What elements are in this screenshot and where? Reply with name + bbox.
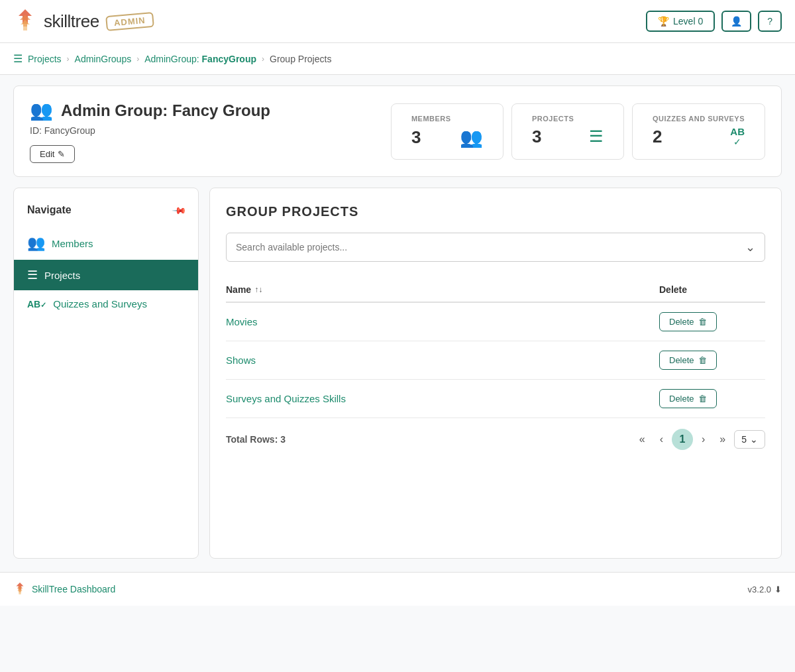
info-card: 👥 Admin Group: Fancy Group ID: FancyGrou…	[13, 85, 782, 177]
logo-area: skilltree ADMIN	[13, 8, 153, 34]
user-button[interactable]: 👤	[721, 11, 751, 32]
delete-cell-movies: Delete 🗑	[659, 312, 765, 331]
trash-icon: 🗑	[698, 317, 707, 327]
help-icon: ?	[767, 16, 772, 27]
row-shows[interactable]: Shows	[226, 355, 659, 366]
next-page-button[interactable]: ›	[696, 430, 711, 449]
stat-quizzes: QUIZZES AND SURVEYS 2 AB ✓	[632, 103, 765, 160]
projects-icon: ☰	[589, 127, 604, 146]
quiz-icon: AB✓	[27, 300, 46, 309]
total-rows: Total Rows: 3	[226, 434, 286, 445]
sidebar-title: Navigate 📌	[14, 199, 198, 227]
admin-group-icon: 👥	[30, 99, 53, 121]
svg-marker-5	[17, 588, 23, 594]
header: skilltree ADMIN 🏆 Level 0 👤 ?	[0, 0, 795, 43]
breadcrumb-sep-2: ›	[136, 54, 139, 64]
header-actions: 🏆 Level 0 👤 ?	[646, 11, 782, 32]
delete-surveys-button[interactable]: Delete 🗑	[659, 389, 717, 408]
quizzes-icon: AB ✓	[730, 127, 745, 147]
main-content: Navigate 📌 👥 Members ☰ Projects AB✓ Quiz…	[13, 188, 782, 559]
page-1-button[interactable]: 1	[672, 429, 693, 450]
breadcrumb-fancygroup[interactable]: AdminGroup: FancyGroup	[144, 54, 256, 64]
delete-cell-surveys: Delete 🗑	[659, 389, 765, 408]
level-button[interactable]: 🏆 Level 0	[646, 11, 715, 32]
people-icon: 👥	[27, 235, 45, 252]
svg-marker-2	[21, 20, 30, 30]
projects-count: 3	[532, 127, 541, 147]
sidebar-item-quizzes[interactable]: AB✓ Quizzes and Surveys	[14, 290, 198, 317]
members-label: Members	[52, 238, 93, 249]
table-row: Movies Delete 🗑	[226, 303, 765, 341]
search-input[interactable]	[236, 242, 745, 252]
row-surveys[interactable]: Surveys and Quizzes Skills	[226, 393, 659, 404]
members-icon: 👥	[460, 127, 483, 148]
footer-version: v3.2.0 ⬇	[748, 585, 782, 594]
trash-icon: 🗑	[698, 355, 707, 365]
delete-movies-button[interactable]: Delete 🗑	[659, 312, 717, 331]
breadcrumb-sep-1: ›	[67, 54, 70, 64]
pagination: Total Rows: 3 « ‹ 1 › » 5 ⌄	[226, 418, 765, 453]
members-count: 3	[411, 127, 421, 148]
breadcrumb-sep-3: ›	[262, 54, 264, 64]
dropdown-icon: ⌄	[750, 434, 758, 445]
edit-icon: ✎	[58, 149, 65, 159]
user-icon: 👤	[731, 16, 742, 27]
list-icon: ☰	[27, 268, 38, 282]
stat-members: MEMBERS 3 👥	[391, 103, 504, 160]
footer-brand-label: SkillTree Dashboard	[32, 584, 115, 594]
stats-area: MEMBERS 3 👥 PROJECTS 3 ☰ QUIZZES AND SUR…	[383, 103, 765, 160]
col-delete-header: Delete	[659, 284, 765, 295]
footer: SkillTree Dashboard v3.2.0 ⬇	[0, 572, 795, 606]
sidebar-item-members[interactable]: 👥 Members	[14, 227, 198, 260]
chevron-down-icon: ⌄	[745, 240, 755, 254]
footer-logo-icon	[13, 582, 26, 596]
sort-icon[interactable]: ↑↓	[254, 285, 262, 294]
search-bar[interactable]: ⌄	[226, 233, 765, 262]
col-name-header: Name ↑↓	[226, 284, 659, 295]
help-button[interactable]: ?	[758, 11, 782, 32]
prev-page-button[interactable]: ‹	[654, 430, 669, 449]
table-header: Name ↑↓ Delete	[226, 278, 765, 303]
breadcrumb-admingroups[interactable]: AdminGroups	[75, 54, 132, 64]
delete-shows-button[interactable]: Delete 🗑	[659, 351, 717, 370]
content-panel: GROUP PROJECTS ⌄ Name ↑↓ Delete Movies D…	[209, 188, 782, 559]
admin-badge: ADMIN	[105, 11, 154, 30]
footer-brand[interactable]: SkillTree Dashboard	[13, 582, 115, 596]
sidebar-item-projects[interactable]: ☰ Projects	[14, 260, 198, 290]
edit-button[interactable]: Edit ✎	[30, 145, 75, 163]
info-main: 👥 Admin Group: Fancy Group ID: FancyGrou…	[30, 99, 363, 163]
logo-icon	[13, 8, 37, 34]
section-title: GROUP PROJECTS	[226, 204, 765, 219]
row-movies[interactable]: Movies	[226, 316, 659, 327]
quizzes-label: Quizzes and Surveys	[53, 298, 147, 309]
table-row: Surveys and Quizzes Skills Delete 🗑	[226, 380, 765, 418]
trash-icon: 🗑	[698, 394, 707, 404]
info-title: 👥 Admin Group: Fancy Group	[30, 99, 363, 121]
info-id: ID: FancyGroup	[30, 125, 363, 136]
breadcrumb-projects[interactable]: Projects	[28, 54, 62, 64]
table-row: Shows Delete 🗑	[226, 341, 765, 380]
stat-projects: PROJECTS 3 ☰	[511, 103, 624, 160]
download-icon: ⬇	[774, 585, 782, 594]
first-page-button[interactable]: «	[633, 430, 651, 449]
sidebar: Navigate 📌 👥 Members ☰ Projects AB✓ Quiz…	[13, 188, 199, 559]
rows-per-page-select[interactable]: 5 ⌄	[734, 430, 765, 449]
projects-label: Projects	[44, 270, 80, 281]
breadcrumb-icon: ☰	[13, 52, 23, 65]
pin-icon[interactable]: 📌	[172, 202, 187, 217]
delete-cell-shows: Delete 🗑	[659, 351, 765, 370]
breadcrumb-current: Group Projects	[270, 54, 331, 64]
page-controls: « ‹ 1 › » 5 ⌄	[633, 429, 765, 450]
logo-text: skilltree	[44, 11, 99, 32]
quizzes-count: 2	[653, 127, 662, 147]
trophy-icon: 🏆	[658, 16, 669, 27]
breadcrumb: ☰ Projects › AdminGroups › AdminGroup: F…	[0, 43, 795, 75]
last-page-button[interactable]: »	[714, 430, 731, 449]
